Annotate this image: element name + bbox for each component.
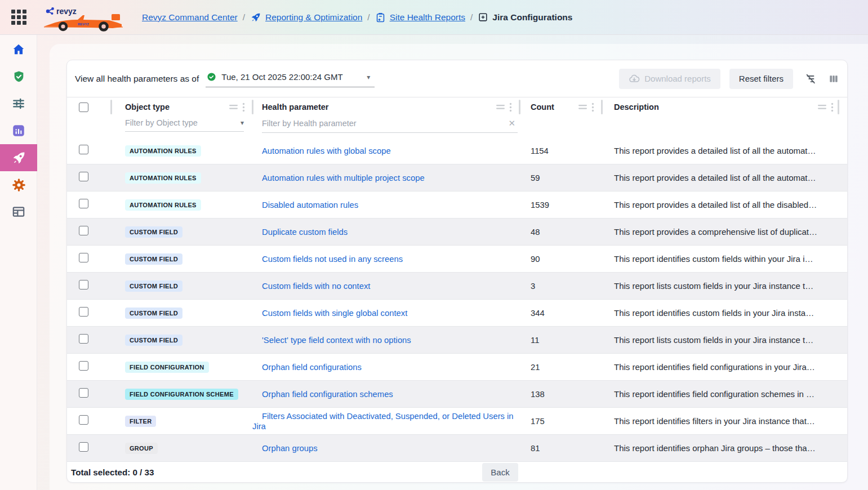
row-checkbox[interactable] [79,226,88,235]
check-circle-icon [207,72,216,82]
row-checkbox[interactable] [79,388,88,398]
row-checkbox[interactable] [79,145,88,154]
svg-text:REVYZ: REVYZ [78,23,89,26]
breadcrumb: Revyz Command Center / Reporting & Optim… [142,12,572,23]
description-text: This report lists custom fields in your … [602,335,847,345]
count-value: 1539 [519,201,602,210]
sidebar-item-home[interactable] [0,36,37,63]
rocket-icon [11,150,26,166]
object-type-badge: CUSTOM FIELD [125,308,182,319]
description-text: This report identifies orphan Jira group… [602,443,847,453]
health-parameter-link[interactable]: Automation rules with global scope [262,146,391,155]
breadcrumb-reporting-link[interactable]: Reporting & Optimization [265,12,362,23]
clipboard-report-icon [375,12,386,23]
row-checkbox[interactable] [79,415,88,425]
back-button[interactable]: Back [482,463,518,482]
health-parameter-link[interactable]: Orphan field configurations [262,363,362,372]
health-parameter-filter-input[interactable] [262,119,506,128]
description-text: This report identifies custom fields in … [602,308,847,318]
snapshot-date-select[interactable]: Tue, 21 Oct 2025 22:00:24 GMT ▾ [206,70,375,87]
description-text: This report provides a detailed list of … [602,173,847,182]
kebab-menu-icon[interactable] [242,103,245,112]
sliders-icon [11,96,26,111]
drag-handle-icon[interactable] [818,104,826,110]
home-icon [11,42,26,57]
column-header-health-parameter[interactable]: Health parameter [252,103,328,112]
health-parameter-link[interactable]: 'Select' type field context with no opti… [262,336,411,345]
object-type-badge: CUSTOM FIELD [125,335,182,346]
count-value: 81 [519,444,602,453]
description-text: This report identifies custom fields wit… [602,254,847,264]
news-table-icon [11,204,26,219]
health-parameter-link[interactable]: Disabled automation rules [262,201,358,210]
row-checkbox[interactable] [79,199,88,208]
object-type-badge: AUTOMATION RULES [125,145,201,157]
column-header-object-type[interactable]: Object type [111,103,170,112]
table-row: AUTOMATION RULES Automation rules with g… [67,137,847,164]
view-label: View all health parameters as of [75,74,199,84]
row-checkbox[interactable] [79,253,88,262]
health-parameter-link[interactable]: Custom fields not used in any screens [262,255,403,264]
sidebar-item-reporting-active[interactable] [0,144,37,171]
download-reports-button[interactable]: Download reports [619,69,720,89]
column-header-count[interactable]: Count [519,103,554,112]
description-text: This report provides a detailed list of … [602,200,847,210]
column-settings-button[interactable] [828,73,839,84]
select-all-checkbox[interactable] [79,103,88,112]
breadcrumb-site-health-link[interactable]: Site Health Reports [390,12,465,23]
object-type-badge: CUSTOM FIELD [125,226,182,238]
health-parameter-link[interactable]: Automation rules with multiple project s… [262,173,425,182]
health-parameter-link[interactable]: Custom fields with single global context [262,309,407,318]
row-checkbox[interactable] [79,307,88,317]
health-parameter-link[interactable]: Duplicate custom fields [262,228,348,237]
health-parameter-link[interactable]: Orphan groups [262,444,318,453]
object-type-filter-input[interactable] [125,118,241,127]
drag-handle-icon[interactable] [496,104,505,110]
health-parameter-link[interactable]: Orphan field configuration schemes [262,390,393,399]
table-row: CUSTOM FIELD Custom fields not used in a… [67,246,847,273]
row-checkbox[interactable] [79,334,88,344]
sidebar-item-analytics[interactable] [0,117,37,144]
count-value: 175 [519,417,602,426]
chevron-down-icon: ▾ [241,119,244,127]
health-parameter-link[interactable]: Filters Associated with Deactivated, Sus… [252,412,514,431]
row-checkbox[interactable] [79,442,88,452]
description-text: This report lists custom fields in your … [602,281,847,291]
kebab-menu-icon[interactable] [509,103,512,112]
sidebar-item-configure[interactable] [0,90,37,117]
snapshot-date-value: Tue, 21 Oct 2025 22:00:24 GMT [221,72,362,82]
sidebar-item-protection[interactable] [0,63,37,90]
sidebar [0,35,37,490]
add-box-icon [478,12,488,23]
drag-handle-icon[interactable] [578,104,587,110]
row-checkbox[interactable] [79,280,88,289]
clear-input-icon[interactable]: ✕ [506,118,518,128]
table-row: CUSTOM FIELD Custom fields with single g… [67,300,847,327]
row-checkbox[interactable] [79,172,88,181]
table-row: AUTOMATION RULES Disabled automation rul… [67,191,847,219]
clear-all-filters-button[interactable] [804,73,817,85]
grid-icon [11,10,26,25]
kebab-menu-icon[interactable] [831,103,834,112]
rocket-icon [250,12,261,23]
reset-filters-button[interactable]: Reset filters [729,69,793,89]
app-launcher-button[interactable] [0,10,37,25]
breadcrumb-command-center-link[interactable]: Revyz Command Center [142,12,238,23]
table-row: FIELD CONFIGURATION SCHEME Orphan field … [67,381,847,408]
table-body: AUTOMATION RULES Automation rules with g… [67,137,847,462]
sidebar-item-settings[interactable] [0,171,37,198]
description-text: This report provides a comprehensive lis… [602,227,847,237]
health-parameter-link[interactable]: Custom fields with no context [262,282,370,291]
table-row: GROUP Orphan groups 81 This report ident… [67,435,847,462]
sidebar-item-records[interactable] [0,198,37,225]
kebab-menu-icon[interactable] [591,103,594,112]
row-checkbox[interactable] [79,361,88,371]
cloud-download-icon [629,73,640,84]
column-header-description[interactable]: Description [602,103,659,112]
drag-handle-icon[interactable] [229,104,238,110]
revyz-logo[interactable]: revyz REVYZ [43,5,125,32]
table-header: Object type Health parameter [67,97,847,117]
count-value: 3 [519,282,602,291]
object-type-filter-select[interactable]: ▾ [125,118,244,132]
object-type-badge: FIELD CONFIGURATION [125,362,209,373]
